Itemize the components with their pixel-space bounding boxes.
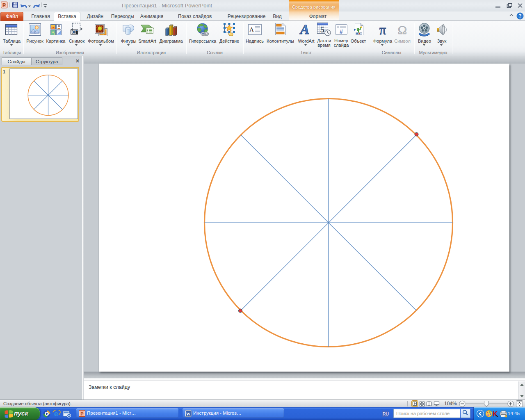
svg-text:104%: 104% — [444, 401, 457, 406]
svg-text:Ω: Ω — [398, 24, 407, 36]
svg-text:π: π — [379, 23, 386, 36]
svg-text:W: W — [186, 412, 191, 416]
svg-text:A: A — [299, 23, 310, 36]
svg-text:P: P — [2, 2, 6, 8]
svg-text:#: # — [340, 28, 343, 35]
svg-text:e: e — [54, 410, 59, 418]
svg-text:?: ? — [518, 13, 521, 19]
svg-text:5: 5 — [320, 25, 325, 34]
svg-text:A: A — [249, 26, 254, 33]
svg-text:P: P — [80, 411, 83, 416]
